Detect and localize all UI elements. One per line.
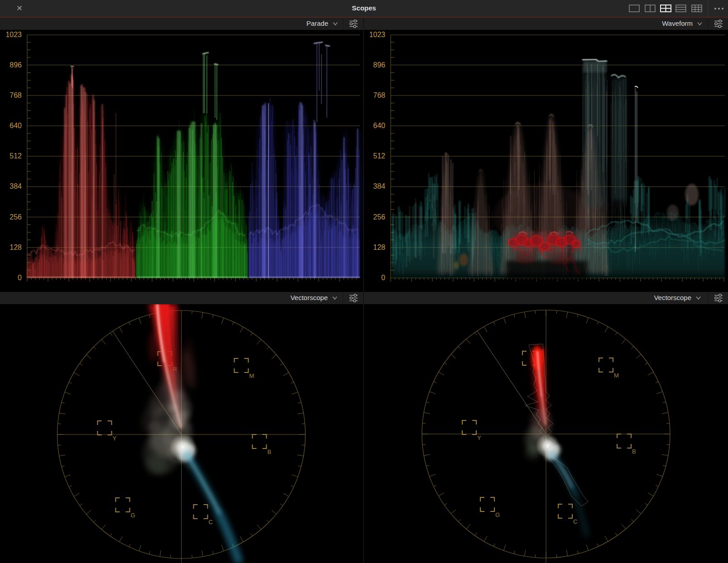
svg-text:0: 0 bbox=[18, 274, 22, 282]
svg-text:B: B bbox=[632, 448, 636, 455]
svg-text:C: C bbox=[573, 518, 577, 525]
svg-text:640: 640 bbox=[373, 122, 385, 129]
svg-text:128: 128 bbox=[373, 243, 385, 251]
svg-text:Y: Y bbox=[113, 435, 117, 442]
svg-text:M: M bbox=[614, 372, 619, 379]
svg-text:G: G bbox=[495, 511, 500, 518]
svg-text:768: 768 bbox=[10, 91, 22, 99]
svg-text:512: 512 bbox=[373, 152, 385, 160]
svg-text:M: M bbox=[249, 372, 254, 379]
svg-text:896: 896 bbox=[373, 61, 385, 69]
svg-text:384: 384 bbox=[373, 182, 385, 190]
svg-text:512: 512 bbox=[10, 152, 22, 160]
svg-text:256: 256 bbox=[373, 213, 385, 221]
svg-text:Y: Y bbox=[477, 434, 481, 441]
svg-text:B: B bbox=[268, 448, 272, 455]
svg-text:640: 640 bbox=[10, 122, 22, 129]
svg-text:0: 0 bbox=[381, 274, 385, 282]
svg-text:128: 128 bbox=[10, 243, 22, 251]
svg-text:384: 384 bbox=[10, 182, 22, 190]
svg-text:1023: 1023 bbox=[369, 31, 385, 38]
svg-text:768: 768 bbox=[373, 91, 385, 99]
svg-text:896: 896 bbox=[10, 61, 22, 69]
svg-text:256: 256 bbox=[10, 213, 22, 221]
svg-text:G: G bbox=[131, 512, 135, 519]
svg-text:1023: 1023 bbox=[5, 31, 22, 38]
svg-text:C: C bbox=[209, 519, 213, 525]
